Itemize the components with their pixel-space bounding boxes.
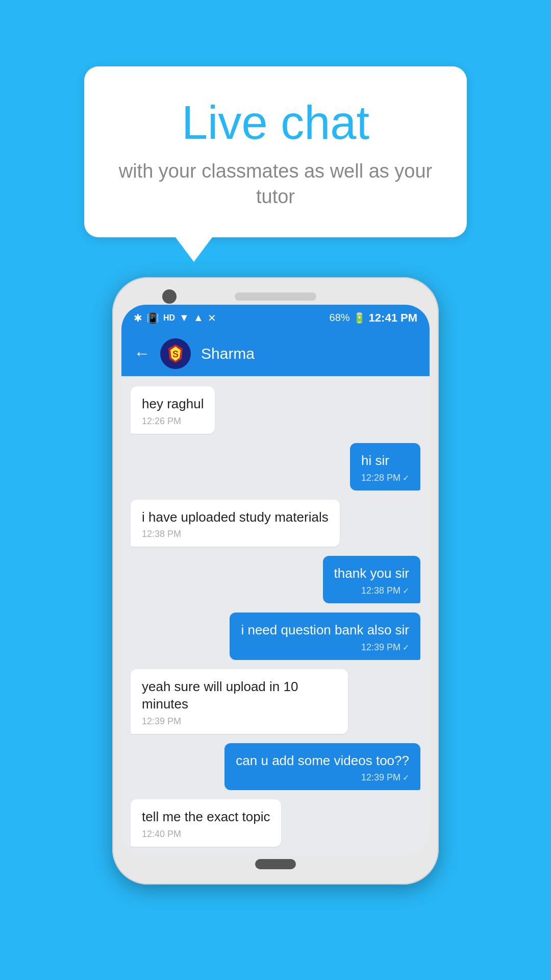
check-icon: ✓ [403, 586, 409, 596]
message-item: i have uploaded study materials12:38 PM [131, 500, 340, 547]
bluetooth-icon: ✱ [134, 312, 142, 324]
speech-bubble-card: Live chat with your classmates as well a… [84, 66, 467, 262]
message-item: thank you sir12:38 PM ✓ [323, 556, 420, 603]
message-text: i have uploaded study materials [142, 509, 329, 526]
battery-icon: 🔋 [353, 312, 366, 324]
message-text: thank you sir [334, 565, 409, 582]
home-indicator [255, 859, 296, 869]
message-time: 12:38 PM [142, 529, 329, 540]
speech-bubble: Live chat with your classmates as well a… [84, 66, 467, 237]
superman-avatar-icon: S [162, 340, 189, 367]
phone-top [121, 286, 430, 305]
phone-bottom [121, 859, 430, 875]
message-item: hi sir12:28 PM ✓ [350, 443, 420, 491]
message-item: tell me the exact topic12:40 PM [131, 799, 281, 847]
status-bar: ✱ 📳 HD ▼ ▲ ✕ 68% 🔋 12:41 PM [121, 305, 430, 331]
subtitle: with your classmates as well as your tut… [115, 159, 436, 209]
camera-icon [162, 289, 177, 304]
speaker [235, 292, 316, 301]
check-icon: ✓ [403, 473, 409, 483]
phone-frame: ✱ 📳 HD ▼ ▲ ✕ 68% 🔋 12:41 PM ← [112, 277, 439, 885]
clock: 12:41 PM [369, 311, 417, 325]
message-item: hey raghul12:26 PM [131, 386, 215, 434]
chat-area[interactable]: hey raghul12:26 PMhi sir12:28 PM ✓i have… [121, 376, 430, 856]
check-icon: ✓ [403, 773, 409, 782]
wifi-icon: ▼ [179, 312, 189, 324]
message-text: tell me the exact topic [142, 808, 270, 826]
message-item: yeah sure will upload in 10 minutes12:39… [131, 669, 348, 734]
back-button[interactable]: ← [134, 344, 150, 363]
message-item: can u add some videos too??12:39 PM ✓ [224, 743, 420, 791]
message-text: can u add some videos too?? [236, 752, 409, 770]
avatar: S [160, 338, 191, 369]
bubble-tail [176, 237, 212, 262]
message-item: i need question bank also sir12:39 PM ✓ [230, 612, 420, 660]
phone-screen: ✱ 📳 HD ▼ ▲ ✕ 68% 🔋 12:41 PM ← [121, 305, 430, 856]
phone-wrapper: ✱ 📳 HD ▼ ▲ ✕ 68% 🔋 12:41 PM ← [112, 277, 439, 885]
message-text: i need question bank also sir [241, 622, 409, 639]
contact-name: Sharma [201, 345, 255, 362]
message-time: 12:38 PM ✓ [334, 585, 409, 596]
message-text: hey raghul [142, 396, 204, 413]
message-time: 12:28 PM ✓ [361, 473, 409, 483]
hd-icon: HD [163, 313, 175, 323]
check-icon: ✓ [403, 643, 409, 652]
data-icon: ✕ [208, 312, 216, 324]
app-header: ← S Sharma [121, 331, 430, 376]
vibrate-icon: 📳 [146, 312, 159, 324]
message-time: 12:39 PM ✓ [236, 772, 409, 783]
message-time: 12:26 PM [142, 416, 204, 427]
message-text: yeah sure will upload in 10 minutes [142, 678, 337, 713]
svg-text:S: S [172, 349, 179, 359]
message-time: 12:39 PM ✓ [241, 642, 409, 653]
message-time: 12:40 PM [142, 829, 270, 840]
message-time: 12:39 PM [142, 716, 337, 727]
status-left-icons: ✱ 📳 HD ▼ ▲ ✕ [134, 312, 216, 324]
message-text: hi sir [361, 452, 409, 470]
battery-percent: 68% [330, 312, 350, 324]
main-title: Live chat [115, 97, 436, 149]
status-right: 68% 🔋 12:41 PM [330, 311, 417, 325]
signal-icon: ▲ [193, 312, 204, 324]
